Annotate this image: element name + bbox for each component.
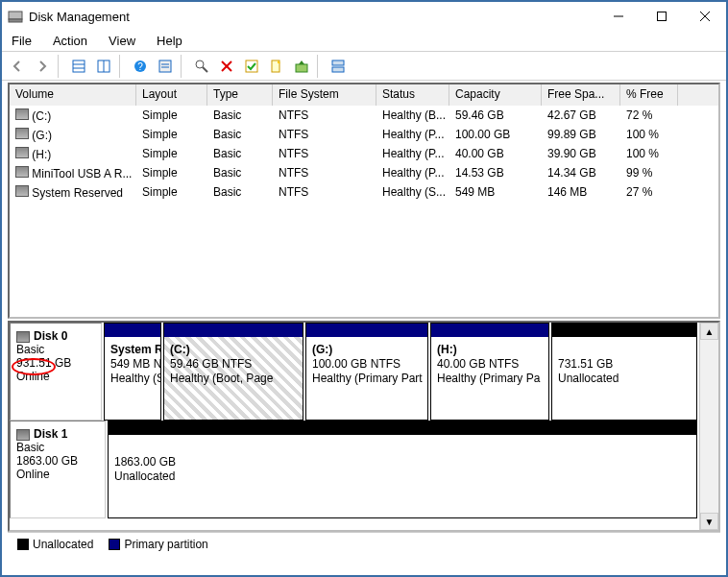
- volume-row[interactable]: System ReservedSimpleBasicNTFSHealthy (S…: [10, 182, 718, 202]
- toolbar-sep: [181, 55, 186, 78]
- volume-pct: 72 %: [620, 108, 678, 123]
- partition-header-primary: [164, 324, 303, 337]
- volume-free: 14.34 GB: [542, 165, 620, 180]
- volume-capacity: 59.46 GB: [449, 108, 542, 123]
- svg-rect-23: [332, 60, 344, 65]
- disk-status: Online: [16, 468, 99, 481]
- volume-pct: 100 %: [620, 146, 678, 161]
- volume-free: 146 MB: [542, 184, 620, 200]
- disk-info[interactable]: Disk 1Basic1863.00 GBOnline: [10, 421, 106, 518]
- app-icon: [8, 9, 23, 24]
- partition-status: Healthy (Primary Part: [312, 372, 422, 386]
- volume-row[interactable]: MiniTool USB A R...SimpleBasicNTFSHealth…: [10, 163, 718, 182]
- properties-button[interactable]: [154, 55, 177, 78]
- toolbar-sep: [317, 55, 323, 78]
- scroll-down[interactable]: ▼: [700, 513, 718, 530]
- disk-size: 1863.00 GB: [16, 454, 99, 468]
- col-free[interactable]: Free Spa...: [542, 84, 620, 106]
- partition-size: 549 MB NT: [110, 357, 155, 372]
- swatch-primary: [109, 539, 120, 550]
- volume-row[interactable]: (G:)SimpleBasicNTFSHealthy (P...100.00 G…: [10, 125, 718, 144]
- partition-status: Healthy (S: [110, 372, 155, 386]
- volume-fs: NTFS: [273, 127, 376, 142]
- apply-button[interactable]: [240, 55, 263, 78]
- volume-name: (H:): [32, 148, 51, 161]
- volume-fs: NTFS: [273, 108, 376, 123]
- disk-info[interactable]: Disk 0Basic931.51 GBOnline: [10, 323, 102, 421]
- svg-line-17: [203, 67, 207, 72]
- col-pct[interactable]: % Free: [620, 84, 678, 106]
- disk-icon: [16, 429, 30, 441]
- volume-row[interactable]: (C:)SimpleBasicNTFSHealthy (B...59.46 GB…: [10, 106, 718, 125]
- disk-row: Disk 0Basic931.51 GBOnlineSystem Re549 M…: [10, 323, 699, 421]
- col-filesystem[interactable]: File System: [273, 84, 376, 106]
- action-button[interactable]: [290, 55, 313, 78]
- partition-title: (G:): [312, 343, 422, 357]
- menu-view[interactable]: View: [105, 33, 139, 49]
- partition[interactable]: (G:)100.00 GB NTFSHealthy (Primary Part: [305, 323, 428, 421]
- view-list-button[interactable]: [67, 55, 90, 78]
- volume-type: Basic: [207, 184, 273, 200]
- menu-help[interactable]: Help: [153, 33, 186, 49]
- volume-list[interactable]: Volume Layout Type File System Status Ca…: [8, 83, 720, 319]
- volume-capacity: 14.53 GB: [449, 165, 542, 180]
- volume-capacity: 40.00 GB: [449, 146, 542, 161]
- svg-rect-1: [9, 19, 22, 22]
- volume-pct: 27 %: [620, 184, 678, 200]
- scrollbar[interactable]: ▲ ▼: [699, 323, 718, 530]
- partition-header-primary: [431, 324, 548, 337]
- menu-bar: File Action View Help: [2, 31, 726, 52]
- partition[interactable]: 731.51 GBUnallocated: [551, 323, 697, 421]
- volume-name: System Reserved: [32, 186, 123, 200]
- volume-icon: [15, 108, 29, 120]
- partition[interactable]: (H:)40.00 GB NTFSHealthy (Primary Pa: [430, 323, 549, 421]
- menu-file[interactable]: File: [8, 33, 36, 49]
- svg-rect-3: [657, 12, 666, 21]
- volume-name: (G:): [32, 129, 52, 142]
- maximize-button[interactable]: [640, 3, 683, 30]
- svg-rect-24: [332, 67, 344, 72]
- volume-fs: NTFS: [273, 146, 376, 161]
- layout-button[interactable]: [327, 55, 350, 78]
- delete-button[interactable]: [215, 55, 238, 78]
- volume-icon: [15, 185, 29, 197]
- volume-status: Healthy (P...: [376, 127, 449, 142]
- col-type[interactable]: Type: [207, 84, 273, 106]
- scroll-up[interactable]: ▲: [700, 323, 718, 340]
- view-detail-button[interactable]: [92, 55, 115, 78]
- toolbar-sep: [119, 55, 125, 78]
- volume-free: 42.67 GB: [542, 108, 620, 123]
- partition[interactable]: (C:)59.46 GB NTFSHealthy (Boot, Page: [163, 323, 303, 421]
- close-button[interactable]: [683, 3, 726, 30]
- col-status[interactable]: Status: [376, 84, 449, 106]
- partition-size: 731.51 GB: [558, 357, 691, 372]
- toolbar: ?: [2, 52, 726, 81]
- volume-icon: [15, 128, 29, 139]
- title-bar: Disk Management: [2, 2, 726, 31]
- partition[interactable]: System Re549 MB NTHealthy (S: [104, 323, 161, 421]
- volume-name: MiniTool USB A R...: [32, 167, 132, 180]
- partition-status: Unallocated: [558, 372, 691, 386]
- window-title: Disk Management: [29, 10, 596, 24]
- volume-fs: NTFS: [273, 165, 376, 180]
- partition[interactable]: 1863.00 GBUnallocated: [108, 421, 697, 518]
- search-button[interactable]: [190, 55, 213, 78]
- partition-size: 100.00 GB NTFS: [312, 357, 422, 372]
- minimize-button[interactable]: [596, 3, 640, 30]
- col-capacity[interactable]: Capacity: [449, 84, 542, 106]
- partition-header-unallocated: [552, 324, 696, 337]
- forward-button[interactable]: [31, 55, 54, 78]
- volume-status: Healthy (B...: [376, 108, 449, 123]
- back-button[interactable]: [6, 55, 29, 78]
- toolbar-sep: [58, 55, 63, 78]
- volume-row[interactable]: (H:)SimpleBasicNTFSHealthy (P...40.00 GB…: [10, 144, 718, 163]
- swatch-unallocated: [17, 539, 29, 550]
- help-button[interactable]: ?: [129, 55, 152, 78]
- volume-free: 39.90 GB: [542, 146, 620, 161]
- menu-action[interactable]: Action: [49, 33, 91, 49]
- col-volume[interactable]: Volume: [10, 84, 136, 106]
- col-layout[interactable]: Layout: [136, 84, 207, 106]
- volume-layout: Simple: [136, 184, 207, 200]
- partition-size: 40.00 GB NTFS: [437, 357, 543, 372]
- new-button[interactable]: [265, 55, 288, 78]
